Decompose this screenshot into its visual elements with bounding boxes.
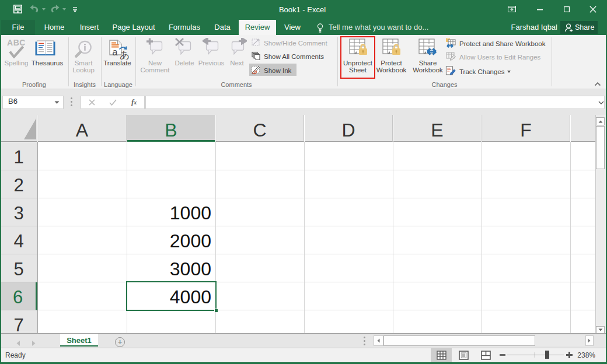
svg-text:a: a — [113, 47, 118, 57]
svg-text:あ: あ — [120, 50, 130, 60]
